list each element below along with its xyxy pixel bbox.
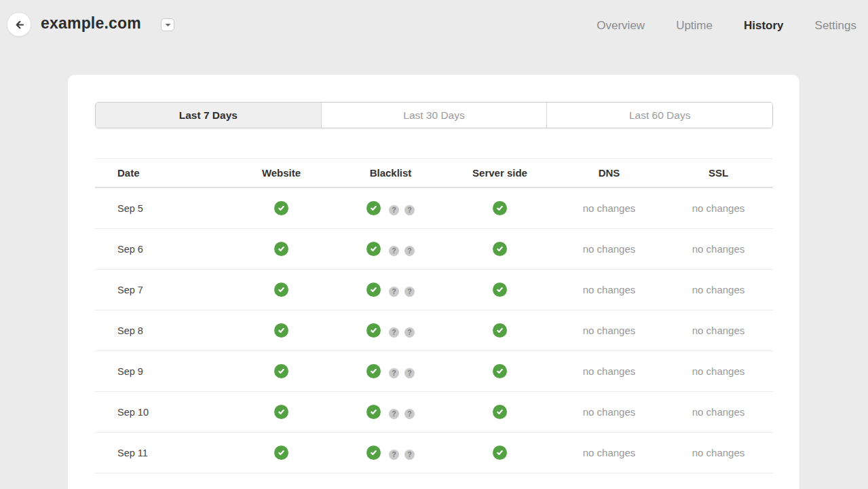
check-icon — [274, 201, 288, 215]
nav-link[interactable]: History — [744, 19, 784, 33]
check-icon — [274, 446, 288, 460]
table-row: Sep 6 ? ? no changes no changes — [95, 229, 773, 270]
check-icon — [493, 201, 507, 215]
ssl-cell: no changes — [664, 447, 773, 458]
website-cell — [227, 283, 336, 297]
table-row: Sep 5 ? ? no changes no changes — [95, 188, 773, 229]
title-dropdown-button[interactable] — [161, 18, 174, 31]
date-cell: Sep 9 — [95, 366, 227, 377]
server-side-cell — [445, 405, 554, 419]
help-icon[interactable]: ? — [389, 368, 399, 378]
main-nav: Overview Uptime History Settings — [597, 0, 856, 52]
range-tab[interactable]: Last 60 Days — [547, 103, 772, 128]
dns-cell: no changes — [554, 243, 664, 255]
help-icon[interactable]: ? — [404, 450, 415, 460]
check-icon — [366, 405, 381, 419]
check-icon — [366, 364, 381, 378]
chevron-down-icon — [165, 23, 171, 27]
website-cell — [227, 405, 336, 419]
ssl-cell: no changes — [664, 284, 773, 295]
help-icon[interactable]: ? — [404, 205, 415, 215]
blacklist-cell: ? ? — [336, 201, 445, 215]
help-icon[interactable]: ? — [404, 327, 415, 338]
help-icon[interactable]: ? — [404, 246, 415, 256]
blacklist-cell: ? ? — [336, 405, 445, 419]
date-cell: Sep 6 — [95, 244, 227, 255]
blacklist-cell: ? ? — [336, 283, 445, 297]
website-cell — [227, 364, 336, 378]
check-icon — [366, 323, 381, 338]
content-card: Last 7 Days Last 30 Days Last 60 Days Da… — [68, 75, 799, 489]
app-header: example.com Overview Uptime History Sett… — [0, 0, 868, 52]
ssl-cell: no changes — [664, 365, 773, 377]
dns-cell: no changes — [554, 447, 664, 458]
help-icon[interactable]: ? — [389, 246, 399, 256]
website-cell — [227, 242, 336, 256]
check-icon — [366, 446, 381, 460]
table-row: Sep 9 ? ? no changes no changes — [95, 351, 773, 392]
check-icon — [493, 283, 507, 297]
column-header: Date — [95, 167, 227, 179]
date-cell: Sep 10 — [95, 407, 227, 418]
dns-cell: no changes — [554, 365, 664, 377]
server-side-cell — [445, 323, 554, 338]
check-icon — [366, 201, 381, 215]
column-header: Server side — [445, 167, 554, 179]
table-header-row: Date Website Blacklist Server side DNS S… — [95, 158, 773, 188]
blacklist-cell: ? ? — [336, 446, 445, 460]
column-header: Blacklist — [336, 167, 445, 179]
ssl-cell: no changes — [664, 325, 773, 336]
check-icon — [366, 283, 381, 297]
range-tab[interactable]: Last 7 Days — [96, 103, 322, 128]
check-icon — [493, 323, 507, 338]
website-cell — [227, 201, 336, 215]
date-cell: Sep 7 — [95, 285, 227, 295]
dns-cell: no changes — [554, 406, 664, 418]
nav-link[interactable]: Uptime — [676, 19, 713, 33]
table-row: Sep 10 ? ? no changes no changes — [95, 392, 773, 433]
page-title: example.com — [41, 14, 141, 33]
range-tab[interactable]: Last 30 Days — [322, 103, 548, 128]
check-icon — [366, 242, 381, 256]
blacklist-cell: ? ? — [336, 242, 445, 256]
check-icon — [274, 405, 288, 419]
check-icon — [274, 283, 288, 297]
website-cell — [227, 323, 336, 338]
table-body: Sep 5 ? ? no changes no changes Sep 6 — [95, 188, 773, 473]
date-cell: Sep 11 — [95, 448, 227, 458]
server-side-cell — [445, 242, 554, 256]
date-cell: Sep 5 — [95, 203, 227, 214]
check-icon — [274, 242, 288, 256]
table-row: Sep 11 ? ? no changes no changes — [95, 433, 773, 473]
check-icon — [274, 364, 288, 378]
nav-link[interactable]: Overview — [597, 19, 645, 33]
table-row: Sep 7 ? ? no changes no changes — [95, 270, 773, 310]
help-icon[interactable]: ? — [404, 287, 415, 297]
server-side-cell — [445, 283, 554, 297]
range-tabs: Last 7 Days Last 30 Days Last 60 Days — [95, 102, 773, 128]
table-row: Sep 8 ? ? no changes no changes — [95, 310, 773, 351]
ssl-cell: no changes — [664, 202, 773, 214]
help-icon[interactable]: ? — [389, 327, 399, 338]
check-icon — [493, 364, 507, 378]
check-icon — [274, 323, 288, 338]
column-header: SSL — [664, 167, 773, 179]
help-icon[interactable]: ? — [389, 450, 399, 460]
help-icon[interactable]: ? — [389, 409, 399, 419]
server-side-cell — [445, 201, 554, 215]
website-cell — [227, 446, 336, 460]
column-header: Website — [227, 167, 336, 179]
nav-link[interactable]: Settings — [815, 19, 856, 33]
help-icon[interactable]: ? — [404, 409, 415, 419]
check-icon — [493, 405, 507, 419]
dns-cell: no changes — [554, 202, 664, 214]
help-icon[interactable]: ? — [389, 205, 399, 215]
back-button[interactable] — [7, 12, 31, 37]
column-header: DNS — [554, 167, 664, 179]
blacklist-cell: ? ? — [336, 323, 445, 338]
dns-cell: no changes — [554, 284, 664, 295]
help-icon[interactable]: ? — [404, 368, 415, 378]
ssl-cell: no changes — [664, 243, 773, 255]
dns-cell: no changes — [554, 325, 664, 336]
help-icon[interactable]: ? — [389, 287, 399, 297]
